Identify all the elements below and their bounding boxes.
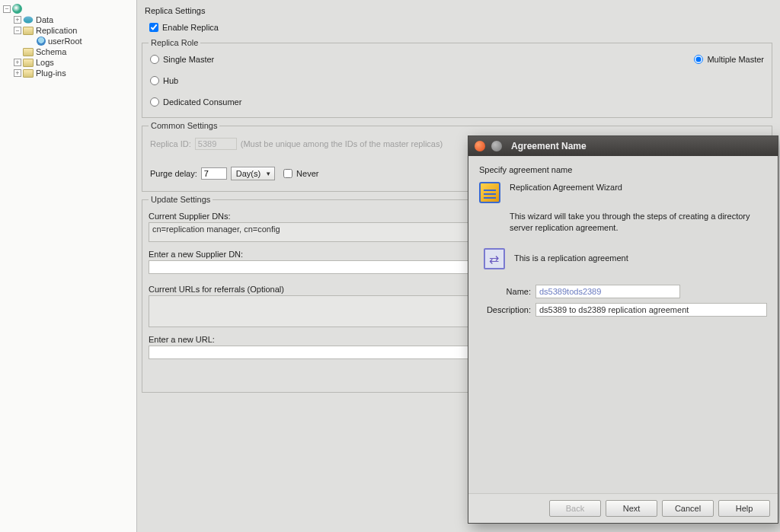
- radio-multiple-master[interactable]: Multiple Master: [692, 52, 766, 67]
- purge-unit-value: Day(s): [236, 169, 261, 178]
- purge-delay-input[interactable]: [201, 167, 227, 180]
- never-label: Never: [296, 169, 318, 178]
- user-icon: [37, 37, 46, 46]
- replication-icon: [484, 248, 505, 269]
- wizard-description: This wizard will take you through the st…: [510, 211, 767, 234]
- globe-icon: [12, 4, 22, 14]
- folder-icon: [23, 59, 34, 67]
- tree-label: Plug-ins: [36, 68, 66, 78]
- collapse-icon[interactable]: [3, 5, 11, 13]
- agreement-description-input[interactable]: [535, 303, 767, 317]
- update-settings-legend: Update Settings: [149, 195, 213, 204]
- tree-root[interactable]: [0, 3, 136, 14]
- dialog-title: Agreement Name: [511, 141, 587, 151]
- radio-hub-input[interactable]: [150, 76, 159, 85]
- radio-multiple-master-input[interactable]: [694, 55, 703, 64]
- radio-single-master-input[interactable]: [150, 55, 159, 64]
- page-title: Replica Settings: [142, 5, 772, 20]
- back-button: Back: [549, 500, 601, 517]
- radio-hub[interactable]: Hub: [149, 73, 243, 88]
- folder-icon: [23, 69, 34, 78]
- replica-role-legend: Replica Role: [149, 38, 200, 47]
- minimize-icon[interactable]: [491, 141, 502, 151]
- purge-unit-combo[interactable]: Day(s) ▼: [231, 167, 275, 180]
- database-icon: [23, 15, 34, 24]
- help-button[interactable]: Help: [718, 500, 770, 517]
- replica-id-input: [195, 138, 237, 150]
- tree-item-logs[interactable]: Logs: [0, 57, 136, 68]
- collapse-icon[interactable]: [14, 27, 21, 34]
- radio-dedicated-consumer[interactable]: Dedicated Consumer: [149, 94, 243, 110]
- tree-label: Logs: [36, 58, 54, 67]
- purge-delay-label: Purge delay:: [150, 169, 197, 178]
- folder-icon: [23, 48, 34, 56]
- dialog-footer: Back Next Cancel Help: [468, 493, 778, 523]
- enable-replica-checkbox[interactable]: [149, 23, 158, 32]
- agreement-name-input[interactable]: [535, 285, 680, 298]
- wizard-icon: [479, 182, 500, 203]
- chevron-down-icon: ▼: [265, 170, 271, 177]
- tree-label: Replication: [36, 26, 77, 35]
- replica-id-label: Replica ID:: [150, 139, 191, 148]
- replica-id-hint: (Must be unique among the IDs of the mas…: [241, 139, 443, 148]
- replica-role-group: Replica Role Single Master Hub Dedicated…: [142, 38, 772, 118]
- never-checkbox[interactable]: [283, 169, 292, 178]
- expand-icon[interactable]: [14, 59, 21, 66]
- dialog-subtitle: Specify agreement name: [479, 165, 767, 174]
- wizard-name: Replication Agreement Wizard: [510, 182, 622, 193]
- tree-label: Data: [36, 15, 53, 24]
- cancel-button[interactable]: Cancel: [662, 500, 714, 517]
- expand-icon[interactable]: [14, 16, 21, 24]
- tree-item-plugins[interactable]: Plug-ins: [0, 68, 136, 78]
- agreement-name-dialog: Agreement Name Specify agreement name Re…: [468, 135, 778, 524]
- radio-dedicated-consumer-input[interactable]: [150, 97, 159, 107]
- tree-item-replication[interactable]: Replication: [0, 25, 136, 36]
- common-settings-legend: Common Settings: [149, 121, 219, 130]
- description-label: Description:: [479, 305, 531, 314]
- tree-item-data[interactable]: Data: [0, 14, 136, 25]
- tree-item-schema[interactable]: Schema: [0, 46, 136, 57]
- close-icon[interactable]: [475, 141, 485, 151]
- enable-replica-label: Enable Replica: [162, 23, 219, 32]
- tree-label: Schema: [36, 47, 66, 56]
- radio-single-master[interactable]: Single Master: [149, 52, 243, 67]
- name-label: Name:: [479, 287, 531, 296]
- sidebar-tree: Data Replication userRoot Schema Logs Pl…: [0, 0, 137, 532]
- expand-icon[interactable]: [14, 69, 21, 77]
- next-button[interactable]: Next: [606, 500, 657, 517]
- replication-text: This is a replication agreement: [514, 253, 628, 264]
- dialog-titlebar[interactable]: Agreement Name: [468, 136, 778, 156]
- tree-item-userroot[interactable]: userRoot: [0, 36, 136, 46]
- folder-icon: [23, 27, 34, 35]
- tree-label: userRoot: [48, 37, 82, 46]
